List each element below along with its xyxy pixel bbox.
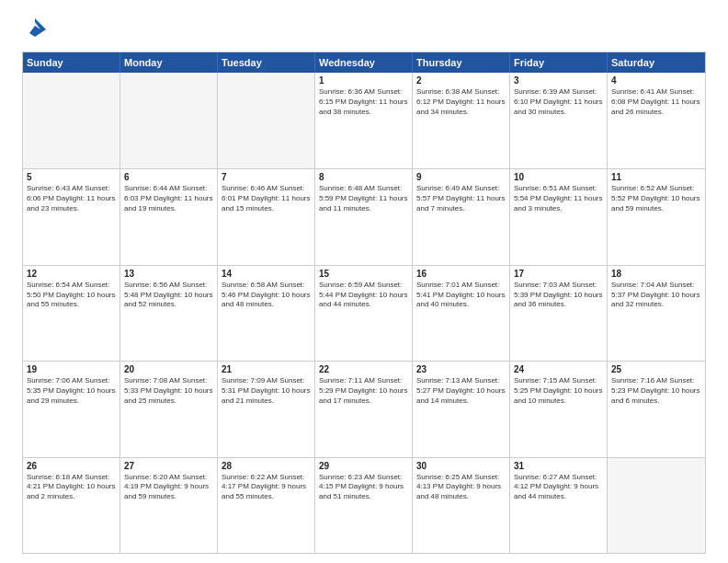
day-number: 11 xyxy=(611,172,701,182)
day-info: Sunrise: 6:54 AM Sunset: 5:50 PM Dayligh… xyxy=(27,281,116,310)
empty-cell-4-6 xyxy=(608,458,705,553)
day-number: 8 xyxy=(319,172,408,182)
day-info: Sunrise: 7:04 AM Sunset: 5:37 PM Dayligh… xyxy=(611,281,701,310)
day-info: Sunrise: 6:18 AM Sunset: 4:21 PM Dayligh… xyxy=(27,473,116,502)
logo-icon xyxy=(22,17,48,42)
day-info: Sunrise: 6:51 AM Sunset: 5:54 PM Dayligh… xyxy=(514,184,603,213)
day-cell-21: 21Sunrise: 7:09 AM Sunset: 5:31 PM Dayli… xyxy=(218,362,315,456)
day-cell-27: 27Sunrise: 6:20 AM Sunset: 4:19 PM Dayli… xyxy=(120,458,218,553)
day-number: 14 xyxy=(222,269,311,279)
day-cell-2: 2Sunrise: 6:38 AM Sunset: 6:12 PM Daylig… xyxy=(413,73,510,168)
day-info: Sunrise: 6:27 AM Sunset: 4:12 PM Dayligh… xyxy=(514,473,603,502)
weekday-header-monday: Monday xyxy=(120,52,218,73)
weekday-header-saturday: Saturday xyxy=(608,52,705,73)
page-header xyxy=(22,17,706,42)
day-cell-11: 11Sunrise: 6:52 AM Sunset: 5:52 PM Dayli… xyxy=(608,169,705,264)
day-cell-12: 12Sunrise: 6:54 AM Sunset: 5:50 PM Dayli… xyxy=(23,266,120,361)
day-cell-18: 18Sunrise: 7:04 AM Sunset: 5:37 PM Dayli… xyxy=(608,266,705,361)
day-info: Sunrise: 7:09 AM Sunset: 5:31 PM Dayligh… xyxy=(222,376,311,406)
day-number: 12 xyxy=(27,269,116,279)
day-cell-22: 22Sunrise: 7:11 AM Sunset: 5:29 PM Dayli… xyxy=(315,362,413,456)
day-number: 1 xyxy=(319,75,408,86)
day-info: Sunrise: 6:23 AM Sunset: 4:15 PM Dayligh… xyxy=(319,473,408,502)
day-info: Sunrise: 6:43 AM Sunset: 6:06 PM Dayligh… xyxy=(27,184,116,213)
day-number: 3 xyxy=(514,75,603,86)
day-info: Sunrise: 6:36 AM Sunset: 6:15 PM Dayligh… xyxy=(319,87,408,117)
day-cell-4: 4Sunrise: 6:41 AM Sunset: 6:08 PM Daylig… xyxy=(608,73,705,168)
day-number: 13 xyxy=(124,269,213,279)
day-cell-28: 28Sunrise: 6:22 AM Sunset: 4:17 PM Dayli… xyxy=(218,458,315,553)
calendar-row-1: 5Sunrise: 6:43 AM Sunset: 6:06 PM Daylig… xyxy=(23,168,705,264)
day-cell-14: 14Sunrise: 6:58 AM Sunset: 5:46 PM Dayli… xyxy=(218,266,315,361)
day-info: Sunrise: 6:49 AM Sunset: 5:57 PM Dayligh… xyxy=(416,184,506,213)
day-info: Sunrise: 6:48 AM Sunset: 5:59 PM Dayligh… xyxy=(319,184,408,213)
calendar-body: 1Sunrise: 6:36 AM Sunset: 6:15 PM Daylig… xyxy=(23,73,705,553)
weekday-header-friday: Friday xyxy=(510,52,608,73)
day-number: 6 xyxy=(124,172,213,182)
day-number: 7 xyxy=(222,172,311,182)
day-cell-17: 17Sunrise: 7:03 AM Sunset: 5:39 PM Dayli… xyxy=(510,266,608,361)
day-info: Sunrise: 6:56 AM Sunset: 5:48 PM Dayligh… xyxy=(124,281,213,310)
day-number: 9 xyxy=(416,172,506,182)
calendar-row-3: 19Sunrise: 7:06 AM Sunset: 5:35 PM Dayli… xyxy=(23,361,705,456)
day-number: 4 xyxy=(611,75,701,86)
day-number: 24 xyxy=(514,364,603,374)
calendar-row-0: 1Sunrise: 6:36 AM Sunset: 6:15 PM Daylig… xyxy=(23,73,705,168)
day-number: 17 xyxy=(514,269,603,279)
day-number: 2 xyxy=(416,75,506,86)
calendar: SundayMondayTuesdayWednesdayThursdayFrid… xyxy=(22,52,706,554)
day-number: 31 xyxy=(514,461,603,471)
day-cell-20: 20Sunrise: 7:08 AM Sunset: 5:33 PM Dayli… xyxy=(120,362,218,456)
day-cell-3: 3Sunrise: 6:39 AM Sunset: 6:10 PM Daylig… xyxy=(510,73,608,168)
weekday-header-sunday: Sunday xyxy=(23,52,120,73)
svg-marker-1 xyxy=(29,18,46,37)
day-cell-26: 26Sunrise: 6:18 AM Sunset: 4:21 PM Dayli… xyxy=(23,458,120,553)
day-cell-6: 6Sunrise: 6:44 AM Sunset: 6:03 PM Daylig… xyxy=(120,169,218,264)
day-info: Sunrise: 7:16 AM Sunset: 5:23 PM Dayligh… xyxy=(611,376,701,406)
day-cell-19: 19Sunrise: 7:06 AM Sunset: 5:35 PM Dayli… xyxy=(23,362,120,456)
day-info: Sunrise: 6:46 AM Sunset: 6:01 PM Dayligh… xyxy=(222,184,311,213)
day-info: Sunrise: 6:58 AM Sunset: 5:46 PM Dayligh… xyxy=(222,281,311,310)
calendar-row-4: 26Sunrise: 6:18 AM Sunset: 4:21 PM Dayli… xyxy=(23,457,705,553)
day-info: Sunrise: 7:03 AM Sunset: 5:39 PM Dayligh… xyxy=(514,281,603,310)
empty-cell-0-0 xyxy=(23,73,120,168)
day-info: Sunrise: 7:13 AM Sunset: 5:27 PM Dayligh… xyxy=(416,376,506,406)
empty-cell-0-2 xyxy=(218,73,315,168)
day-number: 5 xyxy=(27,172,116,182)
day-number: 21 xyxy=(222,364,311,374)
day-number: 26 xyxy=(27,461,116,471)
day-number: 23 xyxy=(416,364,506,374)
day-cell-8: 8Sunrise: 6:48 AM Sunset: 5:59 PM Daylig… xyxy=(315,169,413,264)
calendar-row-2: 12Sunrise: 6:54 AM Sunset: 5:50 PM Dayli… xyxy=(23,265,705,361)
weekday-header-thursday: Thursday xyxy=(413,52,510,73)
day-info: Sunrise: 6:41 AM Sunset: 6:08 PM Dayligh… xyxy=(611,87,701,117)
day-info: Sunrise: 7:11 AM Sunset: 5:29 PM Dayligh… xyxy=(319,376,408,406)
day-info: Sunrise: 6:39 AM Sunset: 6:10 PM Dayligh… xyxy=(514,87,603,117)
day-number: 27 xyxy=(124,461,213,471)
day-number: 22 xyxy=(319,364,408,374)
day-number: 25 xyxy=(611,364,701,374)
day-info: Sunrise: 7:08 AM Sunset: 5:33 PM Dayligh… xyxy=(124,376,213,406)
day-info: Sunrise: 6:20 AM Sunset: 4:19 PM Dayligh… xyxy=(124,473,213,502)
day-info: Sunrise: 6:22 AM Sunset: 4:17 PM Dayligh… xyxy=(222,473,311,502)
day-number: 28 xyxy=(222,461,311,471)
day-info: Sunrise: 7:06 AM Sunset: 5:35 PM Dayligh… xyxy=(27,376,116,406)
day-info: Sunrise: 7:01 AM Sunset: 5:41 PM Dayligh… xyxy=(416,281,506,310)
day-number: 15 xyxy=(319,269,408,279)
day-cell-9: 9Sunrise: 6:49 AM Sunset: 5:57 PM Daylig… xyxy=(413,169,510,264)
day-info: Sunrise: 6:38 AM Sunset: 6:12 PM Dayligh… xyxy=(416,87,506,117)
day-info: Sunrise: 6:52 AM Sunset: 5:52 PM Dayligh… xyxy=(611,184,701,213)
day-cell-15: 15Sunrise: 6:59 AM Sunset: 5:44 PM Dayli… xyxy=(315,266,413,361)
day-info: Sunrise: 6:44 AM Sunset: 6:03 PM Dayligh… xyxy=(124,184,213,213)
day-cell-25: 25Sunrise: 7:16 AM Sunset: 5:23 PM Dayli… xyxy=(608,362,705,456)
day-number: 19 xyxy=(27,364,116,374)
day-cell-23: 23Sunrise: 7:13 AM Sunset: 5:27 PM Dayli… xyxy=(413,362,510,456)
day-cell-31: 31Sunrise: 6:27 AM Sunset: 4:12 PM Dayli… xyxy=(510,458,608,553)
day-number: 16 xyxy=(416,269,506,279)
day-number: 18 xyxy=(611,269,701,279)
day-info: Sunrise: 6:59 AM Sunset: 5:44 PM Dayligh… xyxy=(319,281,408,310)
day-cell-7: 7Sunrise: 6:46 AM Sunset: 6:01 PM Daylig… xyxy=(218,169,315,264)
day-cell-5: 5Sunrise: 6:43 AM Sunset: 6:06 PM Daylig… xyxy=(23,169,120,264)
day-cell-30: 30Sunrise: 6:25 AM Sunset: 4:13 PM Dayli… xyxy=(413,458,510,553)
day-cell-29: 29Sunrise: 6:23 AM Sunset: 4:15 PM Dayli… xyxy=(315,458,413,553)
